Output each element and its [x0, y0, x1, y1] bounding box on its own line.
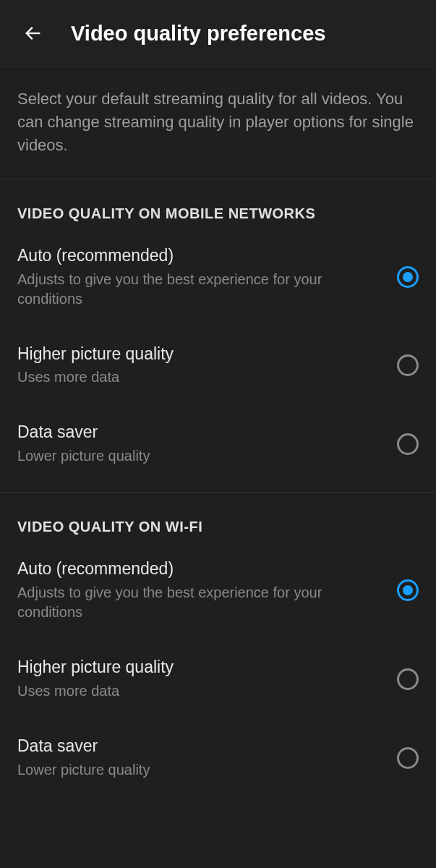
option-wifi-datasaver[interactable]: Data saver Lower picture quality [0, 718, 436, 797]
option-text: Data saver Lower picture quality [17, 422, 397, 466]
option-title: Data saver [17, 422, 385, 443]
radio-icon[interactable] [397, 668, 419, 690]
radio-icon[interactable] [397, 747, 419, 769]
radio-icon[interactable] [397, 433, 419, 455]
option-title: Auto (recommended) [17, 558, 385, 580]
option-subtitle: Lower picture quality [17, 446, 385, 466]
option-wifi-auto[interactable]: Auto (recommended) Adjusts to give you t… [0, 541, 436, 639]
radio-icon[interactable] [397, 266, 419, 288]
option-text: Higher picture quality Uses more data [17, 657, 397, 701]
option-text: Auto (recommended) Adjusts to give you t… [17, 558, 397, 622]
option-title: Higher picture quality [17, 657, 385, 678]
page-title: Video quality preferences [71, 22, 325, 46]
arrow-left-icon [23, 23, 43, 43]
option-title: Data saver [17, 736, 385, 757]
radio-icon[interactable] [397, 579, 419, 601]
page-description: Select your default streaming quality fo… [0, 67, 436, 179]
option-subtitle: Uses more data [17, 367, 385, 387]
section-heading-wifi: VIDEO QUALITY ON WI-FI [0, 493, 436, 541]
option-title: Auto (recommended) [17, 245, 385, 267]
option-wifi-higher[interactable]: Higher picture quality Uses more data [0, 639, 436, 718]
option-mobile-datasaver[interactable]: Data saver Lower picture quality [0, 404, 436, 483]
header-bar: Video quality preferences [0, 0, 436, 67]
option-subtitle: Adjusts to give you the best experience … [17, 270, 385, 309]
radio-icon[interactable] [397, 354, 419, 376]
option-text: Data saver Lower picture quality [17, 736, 397, 780]
option-text: Auto (recommended) Adjusts to give you t… [17, 245, 397, 309]
option-mobile-auto[interactable]: Auto (recommended) Adjusts to give you t… [0, 228, 436, 326]
option-subtitle: Lower picture quality [17, 760, 385, 780]
option-subtitle: Adjusts to give you the best experience … [17, 583, 385, 622]
option-title: Higher picture quality [17, 344, 385, 365]
option-subtitle: Uses more data [17, 681, 385, 701]
back-button[interactable] [17, 17, 49, 49]
option-mobile-higher[interactable]: Higher picture quality Uses more data [0, 326, 436, 405]
section-heading-mobile: VIDEO QUALITY ON MOBILE NETWORKS [0, 179, 436, 228]
option-text: Higher picture quality Uses more data [17, 344, 397, 388]
